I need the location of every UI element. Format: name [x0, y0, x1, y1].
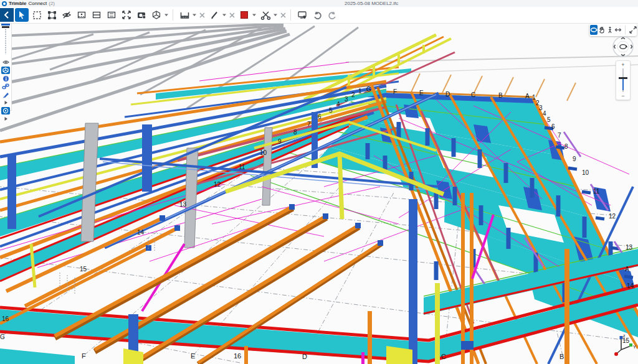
- paint-icon[interactable]: [1, 91, 10, 98]
- svg-text:12: 12: [609, 213, 616, 220]
- clip-tool[interactable]: [259, 8, 272, 22]
- markup-tool[interactable]: [207, 8, 221, 22]
- svg-text:9: 9: [573, 156, 576, 162]
- zoom-in-label[interactable]: +: [616, 62, 630, 68]
- expand-right-icon[interactable]: [1, 99, 10, 106]
- slice-tool[interactable]: [105, 8, 118, 22]
- clip-caret[interactable]: [272, 8, 279, 22]
- zoom-fill: [622, 78, 624, 90]
- svg-text:Y: Y: [633, 345, 636, 349]
- svg-text:F: F: [82, 352, 86, 360]
- color-swatch-tool[interactable]: [237, 8, 251, 22]
- toolbar-separator-2: [290, 9, 291, 21]
- cube-icon[interactable]: [1, 107, 10, 114]
- svg-text:15: 15: [622, 337, 630, 344]
- orbit-button[interactable]: [590, 25, 598, 35]
- models-icon[interactable]: [1, 67, 10, 74]
- info-icon[interactable]: [1, 75, 10, 82]
- snapshot-settings-tool[interactable]: [295, 8, 309, 22]
- select-tool[interactable]: [15, 8, 29, 22]
- model-filename: 2025-05-08 MODEL2.ifc: [345, 1, 398, 6]
- svg-text:6: 6: [318, 113, 321, 120]
- clip-close-icon[interactable]: [279, 8, 287, 22]
- clipbox-tool[interactable]: [75, 8, 88, 22]
- fit-view-tool[interactable]: [120, 8, 133, 22]
- svg-text:3: 3: [345, 96, 348, 103]
- left-sidebar: [0, 23, 12, 111]
- expand-right-icon-2[interactable]: [1, 115, 10, 123]
- svg-text:D: D: [445, 91, 450, 98]
- brand-product: Connect: [28, 1, 47, 6]
- svg-text:4: 4: [543, 110, 546, 117]
- pan-button[interactable]: [598, 25, 606, 35]
- svg-text:A: A: [625, 266, 629, 273]
- marquee-select-tool[interactable]: [30, 8, 44, 22]
- trimble-logo-icon: [2, 1, 7, 6]
- svg-text:12: 12: [214, 181, 221, 188]
- svg-text:7: 7: [558, 132, 561, 139]
- zoom-out-label[interactable]: −: [616, 93, 630, 99]
- svg-text:6: 6: [551, 123, 555, 130]
- ghost-mode-icon[interactable]: [1, 58, 10, 66]
- undo-button[interactable]: [310, 8, 324, 22]
- svg-text:E: E: [419, 90, 424, 96]
- svg-text:F: F: [393, 88, 397, 95]
- svg-text:11: 11: [593, 188, 600, 195]
- viewport-3d[interactable]: z Y GFEDCBA12345678910111213A14151234567…: [0, 0, 638, 364]
- svg-text:B: B: [559, 353, 564, 360]
- main-toolbar: [0, 7, 638, 24]
- svg-text:D: D: [302, 353, 307, 360]
- window-count: (2): [49, 1, 55, 6]
- svg-text:8: 8: [564, 143, 568, 150]
- measure-caret[interactable]: [191, 8, 198, 22]
- zoom-slider[interactable]: + −: [616, 60, 631, 100]
- free-move-button[interactable]: [614, 25, 622, 35]
- svg-text:9: 9: [278, 138, 282, 145]
- svg-text:A: A: [525, 93, 530, 100]
- viewbar-separator: [625, 26, 626, 34]
- fullscreen-button[interactable]: [629, 25, 637, 35]
- svg-text:7: 7: [307, 121, 311, 128]
- svg-text:15: 15: [80, 266, 87, 273]
- section-tool[interactable]: [90, 8, 103, 22]
- view-cube-caret[interactable]: [163, 8, 169, 22]
- svg-text:5: 5: [547, 116, 551, 123]
- svg-text:E: E: [191, 352, 195, 360]
- svg-text:2: 2: [351, 91, 355, 98]
- svg-text:14: 14: [627, 282, 634, 289]
- nav-wheel[interactable]: [612, 36, 634, 57]
- brand-name: Trimble: [9, 1, 26, 6]
- measure-close-icon[interactable]: [198, 8, 206, 22]
- svg-text:C: C: [471, 91, 475, 98]
- transform-select-tool[interactable]: [45, 8, 59, 22]
- view-cube-tool[interactable]: [150, 8, 163, 22]
- color-swatch-caret[interactable]: [251, 8, 257, 22]
- measure-tool[interactable]: [178, 8, 191, 22]
- svg-text:1: 1: [358, 88, 362, 95]
- svg-text:8: 8: [293, 129, 297, 136]
- svg-text:16: 16: [2, 315, 9, 322]
- view-controls: [589, 24, 637, 36]
- link-icon[interactable]: [1, 83, 10, 90]
- svg-text:10: 10: [582, 169, 589, 176]
- render-settings-tool[interactable]: [135, 8, 148, 22]
- toolbar-separator: [173, 9, 173, 21]
- svg-text:13: 13: [179, 201, 187, 208]
- svg-text:B: B: [498, 92, 503, 99]
- svg-text:14: 14: [137, 229, 145, 236]
- back-button[interactable]: [0, 8, 14, 22]
- redo-button[interactable]: [325, 8, 339, 22]
- svg-text:C: C: [441, 353, 446, 360]
- svg-text:4: 4: [336, 101, 340, 108]
- app-brand: Trimble Connect (2): [2, 1, 55, 6]
- explode-slider[interactable]: [0, 23, 11, 55]
- markup-caret[interactable]: [221, 8, 227, 22]
- svg-text:G: G: [366, 86, 371, 93]
- hide-tool[interactable]: [60, 8, 74, 22]
- svg-text:G: G: [0, 334, 5, 340]
- svg-text:13: 13: [626, 244, 633, 251]
- walk-button[interactable]: [606, 25, 614, 35]
- markup-close-icon[interactable]: [227, 8, 236, 22]
- svg-text:10: 10: [260, 149, 267, 156]
- zoom-handle[interactable]: [619, 77, 627, 79]
